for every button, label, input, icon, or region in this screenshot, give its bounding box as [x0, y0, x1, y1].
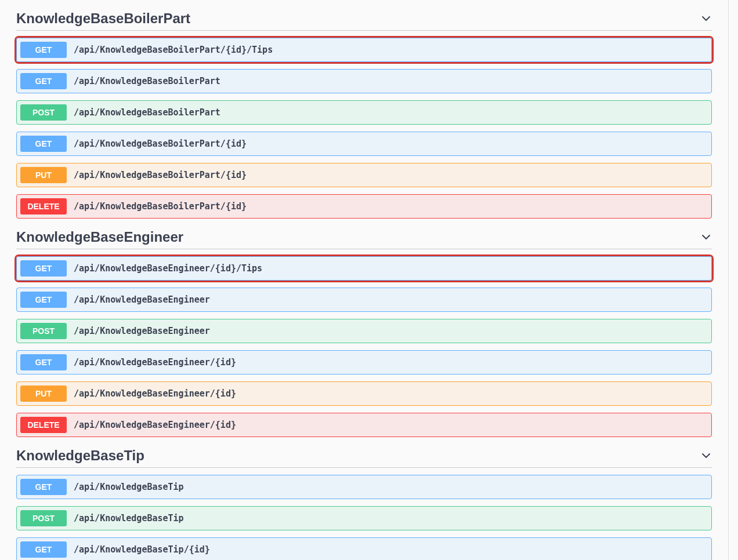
operation-row[interactable]: PUT/api/KnowledgeBaseEngineer/{id}	[16, 381, 712, 406]
endpoint-path: /api/KnowledgeBaseTip	[74, 513, 184, 523]
http-method-badge: GET	[20, 292, 67, 308]
endpoint-path: /api/KnowledgeBaseBoilerPart/{id}	[74, 201, 247, 212]
endpoint-path: /api/KnowledgeBaseEngineer	[74, 326, 210, 336]
http-method-badge: GET	[20, 136, 67, 152]
endpoint-path: /api/KnowledgeBaseEngineer	[74, 294, 210, 305]
endpoint-path: /api/KnowledgeBaseEngineer/{id}	[74, 420, 236, 430]
http-method-badge: PUT	[20, 167, 67, 183]
api-tag-section: KnowledgeBaseEngineerGET/api/KnowledgeBa…	[16, 224, 712, 437]
endpoint-path: /api/KnowledgeBaseBoilerPart/{id}	[74, 170, 247, 180]
endpoint-path: /api/KnowledgeBaseTip/{id}	[74, 544, 210, 555]
api-tag-section: KnowledgeBaseTipGET/api/KnowledgeBaseTip…	[16, 443, 712, 560]
endpoint-path: /api/KnowledgeBaseBoilerPart	[74, 76, 220, 86]
http-method-badge: GET	[20, 541, 67, 558]
endpoint-path: /api/KnowledgeBaseEngineer/{id}	[74, 357, 236, 368]
operation-row[interactable]: POST/api/KnowledgeBaseTip	[16, 506, 712, 530]
tag-header[interactable]: KnowledgeBaseEngineer	[16, 224, 712, 249]
http-method-badge: DELETE	[20, 198, 67, 214]
http-method-badge: GET	[20, 260, 67, 277]
operation-row[interactable]: PUT/api/KnowledgeBaseBoilerPart/{id}	[16, 163, 712, 187]
tag-title: KnowledgeBaseEngineer	[16, 229, 183, 245]
http-method-badge: POST	[20, 104, 67, 121]
swagger-viewport[interactable]: KnowledgeBaseBoilerPartGET/api/Knowledge…	[0, 0, 729, 560]
endpoint-path: /api/KnowledgeBaseBoilerPart/{id}/Tips	[74, 45, 273, 55]
http-method-badge: GET	[20, 42, 67, 58]
endpoint-path: /api/KnowledgeBaseEngineer/{id}	[74, 388, 236, 399]
endpoint-path: /api/KnowledgeBaseBoilerPart/{id}	[74, 139, 247, 149]
http-method-badge: GET	[20, 354, 67, 370]
operation-row[interactable]: GET/api/KnowledgeBaseTip	[16, 475, 712, 499]
operation-row[interactable]: GET/api/KnowledgeBaseBoilerPart/{id}/Tip…	[16, 38, 712, 62]
operation-row[interactable]: GET/api/KnowledgeBaseEngineer/{id}	[16, 350, 712, 374]
tag-title: KnowledgeBaseTip	[16, 448, 144, 464]
operation-row[interactable]: GET/api/KnowledgeBaseBoilerPart	[16, 69, 712, 93]
operation-row[interactable]: GET/api/KnowledgeBaseEngineer/{id}/Tips	[16, 256, 712, 281]
operation-row[interactable]: GET/api/KnowledgeBaseBoilerPart/{id}	[16, 132, 712, 156]
http-method-badge: PUT	[20, 386, 67, 402]
tag-header[interactable]: KnowledgeBaseTip	[16, 443, 712, 468]
chevron-down-icon	[700, 450, 712, 461]
operation-row[interactable]: GET/api/KnowledgeBaseTip/{id}	[16, 537, 712, 560]
chevron-down-icon	[700, 13, 712, 24]
http-method-badge: DELETE	[20, 417, 67, 433]
http-method-badge: GET	[20, 479, 67, 495]
tag-title: KnowledgeBaseBoilerPart	[16, 10, 190, 27]
swagger-content: KnowledgeBaseBoilerPartGET/api/Knowledge…	[0, 6, 728, 560]
chevron-down-icon	[700, 231, 712, 243]
http-method-badge: POST	[20, 510, 67, 526]
api-tag-section: KnowledgeBaseBoilerPartGET/api/Knowledge…	[16, 6, 712, 219]
operation-row[interactable]: POST/api/KnowledgeBaseBoilerPart	[16, 100, 712, 125]
endpoint-path: /api/KnowledgeBaseTip	[74, 482, 184, 492]
http-method-badge: POST	[20, 323, 67, 339]
operation-row[interactable]: POST/api/KnowledgeBaseEngineer	[16, 319, 712, 343]
endpoint-path: /api/KnowledgeBaseEngineer/{id}/Tips	[74, 263, 262, 274]
http-method-badge: GET	[20, 73, 67, 89]
operation-row[interactable]: GET/api/KnowledgeBaseEngineer	[16, 288, 712, 312]
operation-row[interactable]: DELETE/api/KnowledgeBaseBoilerPart/{id}	[16, 194, 712, 219]
tag-header[interactable]: KnowledgeBaseBoilerPart	[16, 6, 712, 31]
operation-row[interactable]: DELETE/api/KnowledgeBaseEngineer/{id}	[16, 413, 712, 437]
endpoint-path: /api/KnowledgeBaseBoilerPart	[74, 107, 220, 118]
